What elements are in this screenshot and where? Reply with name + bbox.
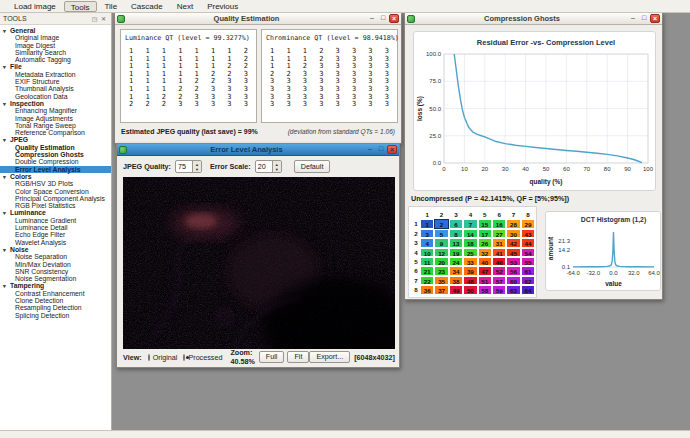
zigzag-cell[interactable]: 3 bbox=[420, 229, 434, 238]
zigzag-cell[interactable]: 28 bbox=[506, 219, 520, 228]
zigzag-cell[interactable]: 31 bbox=[492, 238, 506, 247]
sidebar-item-exif-structure[interactable]: EXIF Structure bbox=[0, 78, 111, 85]
sidebar-item-enhancing-magnifier[interactable]: Enhancing Magnifier bbox=[0, 107, 111, 114]
sidebar-item-rgb-hsv-3d-plots[interactable]: RGB/HSV 3D Plots bbox=[0, 180, 111, 187]
zigzag-cell[interactable]: 44 bbox=[521, 238, 535, 247]
zigzag-cell[interactable]: 64 bbox=[521, 285, 535, 294]
zigzag-cell[interactable]: 62 bbox=[521, 276, 535, 285]
zigzag-cell[interactable]: 9 bbox=[434, 238, 448, 247]
sidebar-item-double-compression[interactable]: Double Compression bbox=[0, 158, 111, 165]
sidebar-section-general[interactable]: ▾General bbox=[0, 27, 111, 34]
sidebar-item-noise-segmentation[interactable]: Noise Segmentation bbox=[0, 275, 111, 282]
sidebar-item-color-space-conversion[interactable]: Color Space Conversion bbox=[0, 188, 111, 195]
zigzag-cell[interactable]: 15 bbox=[478, 219, 492, 228]
zigzag-cell[interactable]: 4 bbox=[420, 238, 434, 247]
sidebar-item-similarity-search[interactable]: Similarity Search bbox=[0, 49, 111, 56]
zigzag-cell[interactable]: 10 bbox=[420, 248, 434, 257]
maximize-icon[interactable]: □ bbox=[639, 14, 649, 23]
zigzag-cell[interactable]: 43 bbox=[521, 229, 535, 238]
export-button[interactable]: Export... bbox=[309, 351, 350, 363]
cg-titlebar[interactable]: Compression Ghosts – □ × bbox=[405, 13, 662, 25]
jpeg-quality-stepper[interactable]: 75 ▲▼ bbox=[175, 160, 202, 173]
sidebar-item-contrast-enhancement[interactable]: Contrast Enhancement bbox=[0, 290, 111, 297]
zigzag-cell[interactable]: 46 bbox=[492, 257, 506, 266]
zigzag-cell[interactable]: 5 bbox=[434, 229, 448, 238]
default-button[interactable]: Default bbox=[294, 160, 331, 173]
sidebar-item-compression-ghosts[interactable]: Compression Ghosts bbox=[0, 151, 111, 158]
zigzag-cell[interactable]: 7 bbox=[463, 219, 477, 228]
sidebar-item-reference-comparison[interactable]: Reference Comparison bbox=[0, 129, 111, 136]
zigzag-cell[interactable]: 1 bbox=[420, 219, 434, 228]
zigzag-cell[interactable]: 56 bbox=[506, 266, 520, 275]
zigzag-cell[interactable]: 30 bbox=[506, 229, 520, 238]
sidebar-item-luminance-detail[interactable]: Luminance Detail bbox=[0, 224, 111, 231]
sidebar-item-noise-separation[interactable]: Noise Separation bbox=[0, 253, 111, 260]
sidebar-section-inspection[interactable]: ▾Inspection bbox=[0, 100, 111, 107]
zigzag-cell[interactable]: 34 bbox=[449, 266, 463, 275]
zigzag-cell[interactable]: 33 bbox=[463, 257, 477, 266]
maximize-icon[interactable]: □ bbox=[376, 145, 386, 154]
zigzag-cell[interactable]: 24 bbox=[449, 257, 463, 266]
sidebar-item-quality-estimation[interactable]: Quality Estimation bbox=[0, 144, 111, 151]
radio-original-label[interactable]: Original bbox=[153, 353, 178, 362]
menu-next[interactable]: Next bbox=[171, 1, 199, 12]
menu-load-image[interactable]: Load image bbox=[8, 1, 62, 12]
sidebar-item-original-image[interactable]: Original Image bbox=[0, 34, 111, 41]
sidebar-item-metadata-extraction[interactable]: Metadata Extraction bbox=[0, 71, 111, 78]
sidebar-item-echo-edge-filter[interactable]: Echo Edge Filter bbox=[0, 231, 111, 238]
sidebar-section-jpeg[interactable]: ▾JPEG bbox=[0, 136, 111, 143]
zigzag-cell[interactable]: 59 bbox=[492, 285, 506, 294]
zigzag-cell[interactable]: 20 bbox=[434, 257, 448, 266]
zigzag-cell[interactable]: 29 bbox=[521, 219, 535, 228]
zigzag-cell[interactable]: 25 bbox=[463, 248, 477, 257]
ela-image-viewport[interactable] bbox=[123, 177, 395, 349]
sidebar-item-error-level-analysis[interactable]: Error Level Analysis bbox=[0, 166, 111, 173]
zigzag-cell[interactable]: 8 bbox=[449, 229, 463, 238]
zigzag-cell[interactable]: 52 bbox=[492, 266, 506, 275]
sidebar-item-principal-component-analysis[interactable]: Principal Component Analysis bbox=[0, 195, 111, 202]
sidebar-item-snr-consistency[interactable]: SNR Consistency bbox=[0, 268, 111, 275]
sidebar-section-file[interactable]: ▾File bbox=[0, 63, 111, 70]
sidebar-section-luminance[interactable]: ▾Luminance bbox=[0, 209, 111, 216]
dock-float-icon[interactable]: ◳ bbox=[90, 15, 99, 22]
zigzag-cell[interactable]: 58 bbox=[478, 285, 492, 294]
zigzag-cell[interactable]: 45 bbox=[506, 248, 520, 257]
maximize-icon[interactable]: □ bbox=[378, 14, 388, 23]
zigzag-cell[interactable]: 11 bbox=[420, 257, 434, 266]
zigzag-cell[interactable]: 40 bbox=[478, 257, 492, 266]
sidebar-item-image-digest[interactable]: Image Digest bbox=[0, 42, 111, 49]
zigzag-cell[interactable]: 36 bbox=[420, 285, 434, 294]
zigzag-cell[interactable]: 42 bbox=[506, 238, 520, 247]
close-icon[interactable]: × bbox=[387, 145, 397, 154]
sidebar-item-min-max-deviation[interactable]: Min/Max Deviation bbox=[0, 261, 111, 268]
zigzag-cell[interactable]: 35 bbox=[434, 276, 448, 285]
menu-cascade[interactable]: Cascade bbox=[125, 1, 169, 12]
radio-processed-label[interactable]: Processed bbox=[188, 353, 222, 362]
sidebar-item-wavelet-analysis[interactable]: Wavelet Analysis bbox=[0, 239, 111, 246]
zigzag-cell[interactable]: 21 bbox=[420, 266, 434, 275]
qe-titlebar[interactable]: Quality Estimation – □ × bbox=[115, 13, 401, 25]
close-icon[interactable]: × bbox=[650, 14, 660, 23]
error-scale-stepper[interactable]: 20 ▲▼ bbox=[255, 160, 282, 173]
zigzag-cell[interactable]: 19 bbox=[449, 248, 463, 257]
sidebar-section-noise[interactable]: ▾Noise bbox=[0, 246, 111, 253]
menu-tools[interactable]: Tools bbox=[64, 1, 97, 12]
zigzag-cell[interactable]: 16 bbox=[492, 219, 506, 228]
zigzag-cell[interactable]: 51 bbox=[478, 276, 492, 285]
minimize-icon[interactable]: – bbox=[367, 14, 377, 23]
zigzag-cell[interactable]: 39 bbox=[463, 266, 477, 275]
sidebar-item-automatic-tagging[interactable]: Automatic Tagging bbox=[0, 56, 111, 63]
sidebar-item-resampling-detection[interactable]: Resampling Detection bbox=[0, 304, 111, 311]
zigzag-cell[interactable]: 55 bbox=[521, 257, 535, 266]
ela-titlebar[interactable]: Error Level Analysis – □ × bbox=[117, 144, 399, 156]
zigzag-cell[interactable]: 61 bbox=[521, 266, 535, 275]
zigzag-cell[interactable]: 18 bbox=[463, 238, 477, 247]
sidebar-section-colors[interactable]: ▾Colors bbox=[0, 173, 111, 180]
sidebar-item-image-adjustments[interactable]: Image Adjustments bbox=[0, 115, 111, 122]
sidebar-item-luminance-gradient[interactable]: Luminance Gradient bbox=[0, 217, 111, 224]
minimize-icon[interactable]: – bbox=[628, 14, 638, 23]
zigzag-cell[interactable]: 48 bbox=[463, 276, 477, 285]
zigzag-cell[interactable]: 14 bbox=[463, 229, 477, 238]
zigzag-cell[interactable]: 27 bbox=[492, 229, 506, 238]
minimize-icon[interactable]: – bbox=[365, 145, 375, 154]
